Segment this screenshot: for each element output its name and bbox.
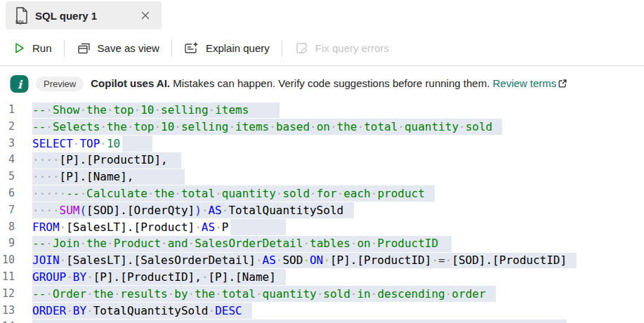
line-number: 8 bbox=[0, 219, 15, 236]
save-as-view-button[interactable]: Save as view bbox=[75, 38, 161, 58]
code-line[interactable]: 2--·Selects·the·top·10·selling·items·bas… bbox=[0, 119, 644, 136]
explain-query-button[interactable]: Explain query bbox=[183, 38, 271, 58]
code-line[interactable]: 6·····--·Calculate·the·total·quantity·so… bbox=[0, 185, 644, 202]
copilot-preview-banner: i Preview Copilot uses AI. Mistakes can … bbox=[0, 66, 644, 101]
code-text: FROM·[SalesLT].[Product]·AS·P bbox=[32, 219, 228, 236]
code-text: ····SUM([SOD].[OrderQty])·AS·TotalQuanti… bbox=[32, 202, 343, 219]
code-line[interactable]: 8FROM·[SalesLT].[Product]·AS·P bbox=[0, 219, 644, 236]
code-text: GROUP·BY·[P].[ProductID],·[P].[Name] bbox=[32, 269, 276, 286]
code-text: --·Order·the·results·by·the·total·quanti… bbox=[32, 286, 486, 303]
code-line[interactable]: 12--·Order·the·results·by·the·total·quan… bbox=[0, 286, 644, 303]
run-label: Run bbox=[32, 42, 52, 54]
line-number: 1 bbox=[0, 102, 15, 119]
code-line[interactable]: 4····[P].[ProductID], bbox=[0, 152, 644, 169]
line-number: 13 bbox=[0, 303, 15, 319]
code-text: --·Join·the·Product·and·SalesOrderDetail… bbox=[32, 235, 438, 252]
sql-file-icon: SQL bbox=[14, 6, 28, 25]
code-text: --·Show·the·top·10·selling·items bbox=[32, 102, 249, 119]
code-line[interactable]: 11GROUP·BY·[P].[ProductID],·[P].[Name] bbox=[0, 269, 644, 286]
copilot-disclaimer: Copilot uses AI. Mistakes can happen. Ve… bbox=[91, 77, 567, 91]
disclaimer-text: Mistakes can happen. Verify code suggest… bbox=[170, 77, 492, 89]
review-terms-link[interactable]: Review terms bbox=[493, 77, 557, 89]
line-number: 5 bbox=[0, 169, 15, 185]
line-number: 14 bbox=[0, 319, 15, 323]
preview-badge: Preview bbox=[36, 77, 84, 91]
line-number: 11 bbox=[0, 269, 15, 286]
save-as-view-icon bbox=[77, 41, 91, 55]
run-button[interactable]: Run bbox=[11, 39, 53, 58]
fix-query-errors-label: Fix query errors bbox=[315, 42, 389, 54]
close-icon[interactable] bbox=[138, 8, 153, 23]
svg-text:SQL: SQL bbox=[15, 20, 25, 25]
line-number: 6 bbox=[0, 185, 15, 202]
code-line[interactable]: 14 bbox=[0, 319, 644, 323]
query-toolbar: Run Save as view Explain query bbox=[0, 31, 644, 66]
copilot-uses-ai-text: Copilot uses AI. bbox=[91, 77, 170, 89]
tab-bar: SQL SQL query 1 bbox=[0, 0, 644, 31]
code-line[interactable]: 9--·Join·the·Product·and·SalesOrderDetai… bbox=[0, 235, 644, 252]
code-text: ORDER·BY·TotalQuantitySold·DESC bbox=[32, 303, 242, 319]
line-number: 7 bbox=[0, 202, 15, 219]
tab-title: SQL query 1 bbox=[35, 10, 131, 22]
toolbar-separator bbox=[64, 40, 65, 57]
code-line[interactable]: 10JOIN·[SalesLT].[SalesOrderDetail]·AS·S… bbox=[0, 252, 644, 269]
line-number: 2 bbox=[0, 119, 15, 136]
line-number: 9 bbox=[0, 235, 15, 252]
code-text: JOIN·[SalesLT].[SalesOrderDetail]·AS·SOD… bbox=[32, 252, 567, 269]
insertion-highlight bbox=[122, 136, 152, 152]
code-line[interactable]: 13ORDER·BY·TotalQuantitySold·DESC bbox=[0, 303, 644, 319]
code-line[interactable]: 7····SUM([SOD].[OrderQty])·AS·TotalQuant… bbox=[0, 202, 644, 219]
line-number: 4 bbox=[0, 152, 15, 169]
copilot-icon: i bbox=[10, 74, 29, 93]
fix-query-errors-button[interactable]: Fix query errors bbox=[293, 38, 390, 58]
line-number: 3 bbox=[0, 136, 15, 152]
code-line[interactable]: 3SELECT·TOP·10 bbox=[0, 136, 644, 152]
save-as-view-label: Save as view bbox=[98, 42, 159, 54]
external-link-icon bbox=[558, 79, 567, 91]
code-text: SELECT·TOP·10 bbox=[32, 136, 120, 152]
sql-code-editor[interactable]: 1--·Show·the·top·10·selling·items2--·Sel… bbox=[0, 101, 644, 323]
toolbar-separator bbox=[282, 40, 282, 57]
code-text: --·Selects·the·top·10·selling·items·base… bbox=[32, 119, 492, 136]
line-number: 12 bbox=[0, 286, 15, 303]
code-text: ····[P].[ProductID], bbox=[32, 152, 168, 169]
explain-query-label: Explain query bbox=[206, 42, 270, 54]
code-text: ·····--·Calculate·the·total·quantity·sol… bbox=[32, 185, 425, 202]
code-text: ····[P].[Name], bbox=[32, 169, 134, 185]
insertion-highlight bbox=[32, 319, 567, 323]
insertion-highlight bbox=[230, 219, 286, 235]
code-line[interactable]: 5····[P].[Name], bbox=[0, 169, 644, 185]
explain-query-icon bbox=[184, 41, 199, 55]
code-line[interactable]: 1--·Show·the·top·10·selling·items bbox=[0, 102, 644, 119]
line-number: 10 bbox=[0, 252, 15, 269]
fix-query-errors-icon bbox=[294, 41, 309, 55]
run-icon bbox=[13, 41, 26, 55]
toolbar-separator bbox=[171, 40, 172, 57]
tab-sql-query-1[interactable]: SQL SQL query 1 bbox=[6, 1, 162, 29]
